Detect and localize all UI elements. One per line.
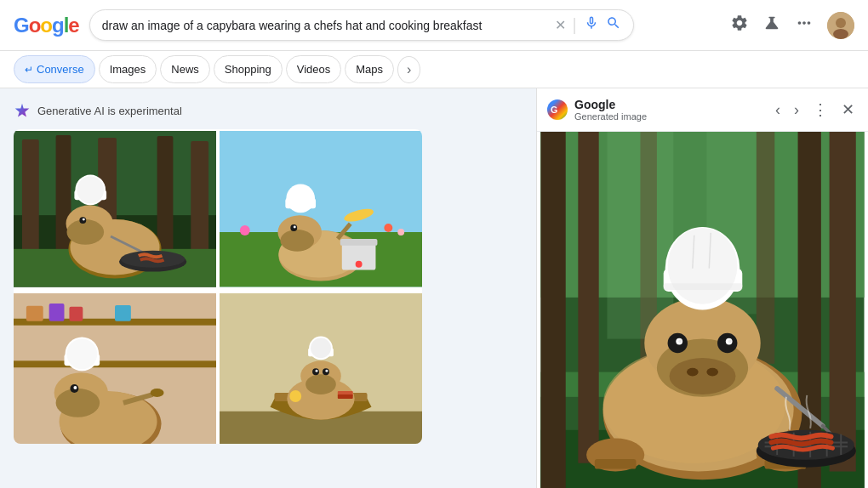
svg-point-28 [397,229,404,235]
settings-icon[interactable] [730,14,749,37]
svg-point-107 [728,340,732,343]
logo-letter-e: e [68,14,78,37]
right-panel-title-block: Google Generated image [574,98,765,122]
svg-rect-82 [540,132,565,488]
tab-maps-label: Maps [356,63,383,76]
right-panel-title: Google [574,98,765,111]
logo-letter-o1: o [29,14,41,37]
ai-sparkle-icon [14,102,31,119]
clear-search-icon[interactable]: ✕ [555,17,566,33]
svg-point-101 [706,368,718,377]
svg-point-52 [56,389,100,418]
svg-point-73 [289,390,301,402]
svg-point-110 [668,228,738,304]
main-content: Generative AI is experimental [0,88,868,488]
microphone-icon[interactable] [584,15,599,35]
google-g-logo: G [547,99,568,120]
right-panel-subtitle: Generated image [574,111,765,122]
svg-rect-45 [26,306,43,321]
svg-point-72 [311,338,331,359]
svg-rect-44 [14,361,216,368]
svg-rect-83 [578,132,598,463]
svg-rect-87 [757,132,774,364]
svg-rect-113 [664,283,743,290]
tab-shopping-label: Shopping [225,63,271,76]
close-panel-button[interactable]: ✕ [838,97,858,122]
svg-rect-10 [191,141,208,264]
logo-letter-o2: o [40,14,52,37]
right-panel-header: G Google Generated image ‹ › ⋮ ✕ [537,88,868,132]
svg-point-59 [151,389,164,398]
tab-converse-label: Converse [37,63,84,76]
svg-rect-43 [14,319,216,326]
svg-point-34 [294,226,296,229]
grid-image-1[interactable] [14,129,216,288]
tab-shopping[interactable]: Shopping [214,55,283,83]
search-input[interactable] [102,19,548,32]
header: Google ✕ | [0,0,868,51]
ai-experimental-text: Generative AI is experimental [37,105,182,117]
svg-point-100 [687,368,699,377]
svg-rect-85 [830,132,856,472]
apps-icon[interactable] [795,14,814,37]
tab-images[interactable]: Images [99,55,157,83]
grid-image-2[interactable] [220,129,422,288]
more-tabs-button[interactable]: › [397,56,420,83]
svg-point-2 [833,29,848,39]
svg-point-15 [66,219,104,245]
svg-point-67 [316,370,318,372]
svg-point-20 [77,177,104,204]
tab-converse[interactable]: ↵ Converse [14,55,95,83]
svg-rect-47 [69,307,83,321]
nav-tabs: ↵ Converse Images News Shopping Videos M… [0,51,868,88]
search-submit-icon[interactable] [606,15,621,35]
image-grid [14,129,422,444]
svg-rect-48 [115,305,131,321]
svg-point-99 [670,358,736,394]
svg-point-57 [66,339,97,370]
svg-point-32 [280,230,314,252]
svg-point-104 [678,340,682,343]
svg-point-36 [286,184,315,213]
next-image-button[interactable]: › [791,98,802,122]
svg-marker-3 [15,104,30,117]
logo-letter-g: G [14,14,29,37]
svg-rect-75 [338,394,353,399]
right-panel-image[interactable] [537,132,868,488]
user-avatar[interactable] [827,12,854,39]
svg-point-41 [356,261,363,268]
svg-rect-39 [340,239,378,246]
svg-text:G: G [551,105,557,115]
tab-maps[interactable]: Maps [345,55,394,83]
search-bar: ✕ | [89,9,634,41]
svg-point-26 [240,225,250,235]
tab-news-label: News [171,63,199,76]
svg-point-65 [306,375,336,395]
labs-icon[interactable] [762,14,781,37]
tab-images-label: Images [110,63,146,76]
header-right [730,12,854,39]
tab-videos-label: Videos [297,63,331,76]
prev-image-button[interactable]: ‹ [772,98,784,122]
ai-experimental-label: Generative AI is experimental [14,102,523,119]
svg-rect-95 [595,459,637,469]
google-logo: Google [14,14,79,37]
svg-rect-46 [49,304,65,321]
main-capybara-image [537,132,868,488]
svg-point-1 [836,18,846,28]
right-panel-controls: ‹ › ⋮ ✕ [772,97,858,122]
left-panel: Generative AI is experimental [0,88,536,488]
tab-news[interactable]: News [160,55,210,83]
grid-image-4[interactable] [220,292,422,444]
divider: | [573,15,577,35]
svg-point-54 [73,387,77,390]
svg-rect-88 [607,132,673,339]
svg-point-17 [83,218,85,221]
right-panel: G Google Generated image ‹ › ⋮ ✕ [536,88,868,488]
more-options-button[interactable]: ⋮ [809,97,831,122]
svg-point-69 [325,370,328,372]
svg-point-27 [384,224,392,232]
logo-letter-g2: g [52,14,64,37]
grid-image-3[interactable] [14,292,216,444]
tab-videos[interactable]: Videos [286,55,342,83]
